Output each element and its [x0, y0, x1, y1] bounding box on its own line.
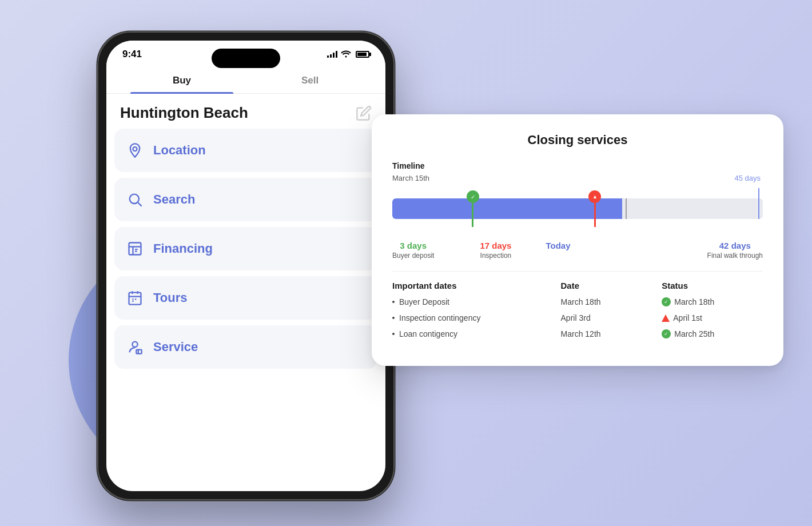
marker-45days-line — [758, 188, 759, 219]
dates-status-inspection: April 1st — [662, 313, 763, 322]
menu-item-search-label: Search — [153, 192, 195, 207]
dates-status-loan: ✓ March 25th — [662, 329, 763, 338]
search-icon — [126, 190, 144, 209]
svg-point-0 — [133, 147, 137, 151]
closing-services-card: Closing services Timeline March 15th 45 … — [372, 114, 783, 366]
tl-item-finalwalk: 42 days Final walk through — [707, 241, 763, 260]
phone-frame: 9:41 — [97, 31, 395, 500]
tours-icon — [126, 289, 144, 307]
menu-item-tours-label: Tours — [153, 290, 187, 305]
status-time: 9:41 — [122, 49, 142, 60]
marker-green-line — [472, 203, 473, 227]
tl-desc-buyer: Buyer deposit — [392, 252, 434, 260]
phone-screen: 9:41 — [106, 41, 385, 491]
financing-icon — [126, 240, 144, 258]
tab-buy[interactable]: Buy — [118, 69, 246, 93]
battery-icon — [356, 51, 369, 58]
timeline-track-area: ✓ ▲ — [392, 185, 763, 236]
location-icon — [126, 141, 144, 160]
tl-desc-finalwalk: Final walk through — [707, 252, 763, 260]
menu-item-location-label: Location — [153, 143, 206, 158]
dates-header-row: Important dates Date Status — [392, 281, 763, 290]
menu-item-financing[interactable]: Financing — [114, 227, 377, 270]
tab-bar: Buy Sell — [106, 69, 385, 94]
marker-inspection: ▲ — [588, 190, 601, 227]
timeline-track — [392, 198, 763, 219]
marker-today — [626, 198, 627, 219]
tl-item-inspection: 17 days Inspection — [480, 241, 511, 260]
tl-days-today: Today — [546, 241, 570, 250]
menu-item-search[interactable]: Search — [114, 178, 377, 221]
timeline-wrapper: March 15th 45 days ✓ — [392, 174, 763, 260]
dates-status-buyer: ✓ March 18th — [662, 297, 763, 306]
location-header: Huntington Beach — [106, 94, 385, 129]
tl-days-42: 42 days — [719, 241, 751, 250]
dates-date-loan: March 12th — [561, 329, 662, 338]
svg-point-15 — [132, 342, 137, 347]
location-city-name: Huntington Beach — [120, 104, 248, 122]
menu-item-service[interactable]: Service — [114, 325, 377, 369]
svg-line-2 — [138, 202, 141, 206]
menu-item-financing-label: Financing — [153, 241, 213, 256]
edit-icon[interactable] — [356, 105, 372, 121]
svg-point-1 — [130, 194, 139, 204]
menu-item-location[interactable]: Location — [114, 129, 377, 172]
wifi-icon — [341, 50, 351, 59]
marker-today-line — [626, 198, 627, 219]
dates-name-inspection: Inspection contingency — [392, 313, 561, 322]
menu-item-tours[interactable]: Tours — [114, 276, 377, 320]
phone-mockup: 9:41 — [97, 31, 395, 500]
timeline-days-label: 45 days — [734, 174, 761, 182]
service-icon — [126, 338, 144, 356]
marker-red-dot: ▲ — [588, 190, 601, 203]
dates-col-header-status: Status — [662, 281, 763, 290]
dynamic-island — [212, 49, 280, 68]
timeline-start-date: March 15th — [392, 174, 429, 182]
dates-name-buyer: Buyer Deposit — [392, 297, 561, 306]
tl-item-buyer-deposit: 3 days Buyer deposit — [392, 241, 434, 260]
card-divider — [392, 271, 763, 272]
status-red-triangle — [662, 314, 670, 322]
menu-list: Location Search — [106, 129, 385, 369]
dates-date-inspection: April 3rd — [561, 313, 662, 322]
dates-row-loan: Loan contigency March 12th ✓ March 25th — [392, 329, 763, 338]
marker-red-line — [594, 203, 596, 227]
timeline-bottom-labels: 3 days Buyer deposit 17 days Inspection … — [392, 241, 763, 260]
dates-col-header-name: Important dates — [392, 281, 561, 290]
tl-desc-inspection: Inspection — [480, 252, 512, 260]
timeline-section: Timeline March 15th 45 days ✓ — [392, 161, 763, 260]
timeline-top-row: March 15th 45 days — [392, 174, 763, 182]
dates-name-loan: Loan contigency — [392, 329, 561, 338]
dates-col-header-date: Date — [561, 281, 662, 290]
status-icons — [327, 50, 369, 59]
dates-row-buyer-deposit: Buyer Deposit March 18th ✓ March 18th — [392, 297, 763, 306]
status-green-dot-1: ✓ — [662, 297, 671, 306]
tab-sell[interactable]: Sell — [246, 69, 374, 93]
tl-item-today: Today — [546, 241, 570, 260]
marker-buyer-deposit: ✓ — [467, 190, 479, 227]
closing-card-title: Closing services — [392, 133, 763, 148]
status-green-dot-3: ✓ — [662, 329, 671, 338]
marker-45days — [758, 188, 759, 219]
tl-days-red: 17 days — [480, 241, 511, 250]
important-dates-table: Important dates Date Status Buyer Deposi… — [392, 281, 763, 338]
timeline-label: Timeline — [392, 161, 763, 170]
timeline-filled — [392, 198, 622, 219]
menu-item-service-label: Service — [153, 340, 198, 354]
tl-days-green: 3 days — [400, 241, 427, 250]
signal-icon — [327, 51, 337, 58]
dates-date-buyer: March 18th — [561, 297, 662, 306]
marker-green-dot: ✓ — [467, 190, 479, 203]
dates-row-inspection: Inspection contingency April 3rd April 1… — [392, 313, 763, 322]
